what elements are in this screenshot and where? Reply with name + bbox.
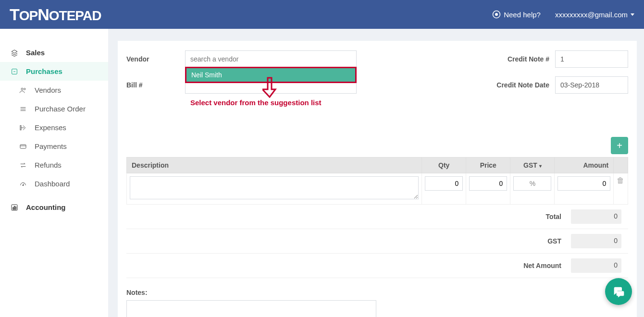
col-amount: Amount: [555, 158, 614, 173]
nav-label: Purchase Order: [35, 105, 86, 113]
bill-label: Bill #: [126, 81, 179, 89]
total-value: 0: [571, 209, 621, 224]
sidebar: Sales Purchases Vendors Purchase Order E…: [0, 29, 108, 317]
price-input[interactable]: [469, 176, 507, 191]
sidebar-item-refunds[interactable]: Refunds: [0, 156, 108, 174]
vendor-label: Vendor: [126, 55, 179, 63]
sidebar-item-expenses[interactable]: Expenses: [0, 118, 108, 137]
delete-line-button[interactable]: 🗑: [614, 173, 628, 205]
vendor-input[interactable]: [185, 50, 357, 68]
col-qty: Qty: [422, 158, 466, 173]
nav-label: Refunds: [35, 161, 62, 169]
help-label: Need help?: [504, 11, 541, 19]
qty-input[interactable]: [425, 176, 463, 191]
credit-note-num-input[interactable]: [555, 50, 628, 68]
chat-button[interactable]: [605, 278, 632, 305]
credit-card-icon: [18, 143, 28, 150]
col-gst[interactable]: GST ▾: [510, 158, 555, 173]
chevron-down-icon: [631, 13, 634, 16]
list-icon: [18, 105, 28, 113]
user-menu[interactable]: xxxxxxxxx@gmail.com: [555, 11, 634, 19]
gauge-icon: [18, 180, 28, 188]
swap-icon: [18, 161, 28, 169]
nav-label: Expenses: [35, 123, 66, 132]
svg-point-5: [24, 88, 25, 89]
svg-rect-16: [14, 206, 15, 209]
amount-input[interactable]: [557, 176, 610, 191]
sidebar-item-purchase-order[interactable]: Purchase Order: [0, 99, 108, 118]
sidebar-item-purchases[interactable]: Purchases: [0, 62, 108, 81]
app-header: TOPNOTEPAD Need help? xxxxxxxxx@gmail.co…: [0, 0, 644, 29]
nav-label: Purchases: [26, 67, 62, 75]
chevron-down-icon: ▾: [539, 163, 542, 169]
help-link[interactable]: Need help?: [492, 10, 541, 19]
net-amount-label: Net Amount: [523, 262, 561, 269]
sidebar-item-sales[interactable]: Sales: [0, 43, 108, 62]
nav-label: Dashboard: [35, 180, 70, 188]
credit-note-date-label: Credit Note Date: [484, 81, 549, 89]
svg-point-4: [21, 88, 23, 90]
notes-label: Notes:: [126, 289, 628, 296]
col-actions: [614, 158, 628, 173]
users-icon: [18, 86, 28, 94]
credit-note-date-input[interactable]: [555, 76, 628, 94]
net-amount-value: 0: [571, 258, 621, 273]
sidebar-item-vendors[interactable]: Vendors: [0, 81, 108, 99]
description-input[interactable]: [130, 176, 419, 199]
add-line-button[interactable]: +: [611, 137, 628, 154]
svg-rect-17: [15, 207, 16, 209]
app-logo: TOPNOTEPAD: [10, 5, 101, 24]
chat-icon: [612, 285, 625, 298]
main-panel: Vendor Neil Smith Bill # Credit Note # C…: [118, 41, 637, 317]
user-email: xxxxxxxxx@gmail.com: [555, 11, 628, 19]
svg-point-13: [23, 184, 24, 185]
svg-rect-10: [20, 145, 26, 148]
line-items-table: Description Qty Price GST ▾ Amount 🗑: [126, 157, 628, 205]
annotation-text: Select vendor from the suggestion list: [190, 98, 322, 107]
col-description: Description: [127, 158, 422, 173]
totals: Total 0 GST 0 Net Amount 0: [126, 205, 628, 278]
nav-label: Payments: [35, 142, 67, 150]
notes-input[interactable]: [126, 300, 376, 317]
minus-square-icon: [10, 68, 19, 75]
svg-rect-15: [13, 207, 14, 209]
share-icon: [18, 124, 28, 132]
gst-input[interactable]: [513, 176, 551, 191]
total-label: Total: [546, 213, 561, 220]
help-icon: [492, 10, 501, 19]
gst-total-value: 0: [571, 234, 621, 248]
col-price: Price: [466, 158, 510, 173]
nav-label: Vendors: [35, 86, 61, 94]
nav-label: Sales: [26, 49, 45, 57]
chart-icon: [10, 204, 19, 211]
line-item-row: 🗑: [127, 173, 628, 205]
svg-point-1: [495, 13, 498, 16]
sidebar-item-dashboard[interactable]: Dashboard: [0, 174, 108, 193]
gst-total-label: GST: [547, 237, 561, 245]
annotation-arrow-icon: [262, 77, 277, 100]
credit-note-num-label: Credit Note #: [484, 55, 549, 63]
layers-icon: [10, 49, 19, 57]
sidebar-item-accounting[interactable]: Accounting: [0, 198, 108, 217]
nav-label: Accounting: [26, 203, 66, 211]
sidebar-item-payments[interactable]: Payments: [0, 137, 108, 156]
svg-rect-9: [20, 125, 21, 130]
